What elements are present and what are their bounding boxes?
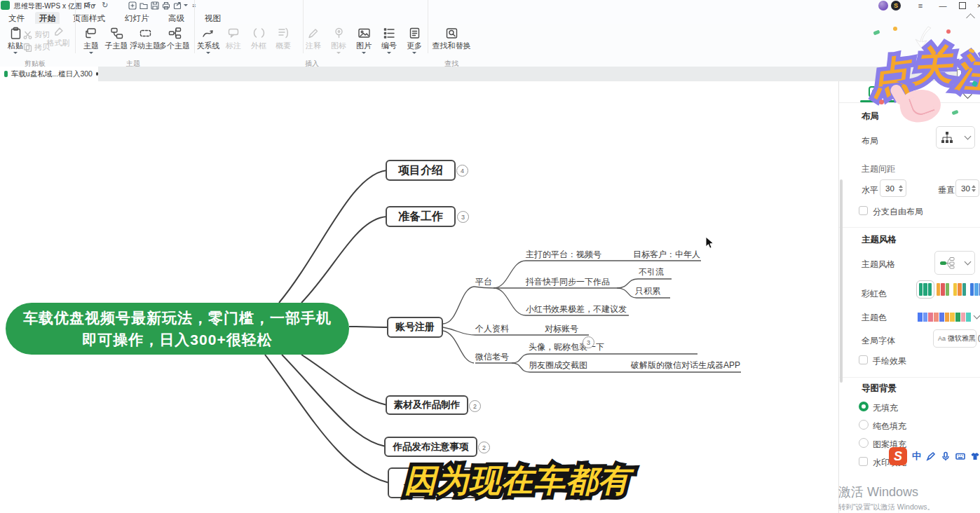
- subtopic-wechat-old[interactable]: 微信老号: [475, 351, 509, 363]
- summary-button[interactable]: 概要: [268, 27, 299, 51]
- minimize-button[interactable]: —: [934, 0, 952, 11]
- subtopic-moments[interactable]: 朋友圈成交截图: [529, 360, 587, 371]
- follow-sticker: 点点 关关 注注: [864, 21, 980, 126]
- subtopic-no-traffic[interactable]: 不引流: [639, 266, 664, 278]
- follow-sticker-text: 点点 关关 注注: [869, 41, 980, 95]
- subtopic-generator-app[interactable]: 破解版的微信对话生成器APP: [631, 360, 740, 371]
- spin-down-icon[interactable]: [899, 189, 903, 192]
- topic-box-project-intro[interactable]: 项目介绍: [386, 160, 456, 181]
- rainbow-swatch-1[interactable]: [918, 282, 933, 297]
- undo-icon[interactable]: ↺: [84, 1, 90, 10]
- subtopic-label: 子主题: [105, 41, 128, 51]
- hand-drawn-checkbox[interactable]: [859, 355, 868, 364]
- topic-box-material-production[interactable]: 素材及作品制作: [386, 395, 468, 415]
- subtopic-main-platform[interactable]: 主打的平台：视频号: [526, 249, 601, 261]
- collapse-badge[interactable]: 4: [456, 165, 468, 177]
- spin-up-icon[interactable]: [899, 185, 903, 188]
- sogou-logo-icon[interactable]: S: [889, 447, 907, 465]
- redo-icon[interactable]: ↻: [102, 1, 108, 10]
- collapse-badge[interactable]: 3: [457, 211, 469, 223]
- spin-down-icon[interactable]: [972, 189, 976, 192]
- picture-dropdown-icon: [362, 52, 366, 54]
- boundary-icon: [252, 27, 266, 40]
- collapse-badge[interactable]: 2: [478, 442, 490, 453]
- relation-line-icon: [202, 27, 215, 40]
- subtopic-benchmark[interactable]: 对标账号: [545, 323, 578, 335]
- copy-icon: [23, 43, 32, 52]
- topic-box-publish-notes[interactable]: 作品发布注意事项: [384, 437, 477, 457]
- confetti-icon: [879, 100, 884, 104]
- collapse-badge[interactable]: 2: [469, 400, 481, 412]
- fill-none-radio[interactable]: [859, 402, 869, 411]
- print-icon[interactable]: [161, 1, 171, 10]
- theme-style-glyph-icon: [939, 256, 955, 269]
- theme-color-strip[interactable]: [918, 313, 971, 322]
- subtopic-douyin-kuaishou[interactable]: 抖音快手同步一下作品: [526, 276, 610, 288]
- collapse-badge[interactable]: 3: [583, 336, 594, 348]
- document-tab-bar: 车载u盘私域...槛日入300: [0, 67, 980, 81]
- central-topic-line2: 即可操作，日入300+很轻松: [82, 329, 272, 350]
- skin-shirt-icon[interactable]: [970, 451, 980, 461]
- share-dropdown-icon[interactable]: [184, 4, 188, 6]
- rainbow-swatch-2[interactable]: [935, 282, 951, 297]
- theme-style-dropdown[interactable]: [934, 251, 975, 275]
- theme-style-label: 主题风格: [862, 259, 895, 271]
- fill-pattern-radio[interactable]: [859, 438, 869, 448]
- close-button[interactable]: ×: [970, 0, 980, 11]
- maximize-button[interactable]: [953, 0, 972, 11]
- paste-dropdown-icon: [13, 52, 18, 54]
- confetti-icon: [893, 27, 897, 31]
- multiple-topics-button[interactable]: 多个主题: [157, 27, 192, 51]
- fill-watermark-checkbox[interactable]: [859, 457, 868, 466]
- panel-scrollbar[interactable]: [840, 179, 843, 383]
- subtopic-platform[interactable]: 平台: [475, 276, 492, 288]
- menu-bar: 文件 开始 页面样式 幻灯片 高级 视图: [0, 11, 980, 24]
- keyboard-icon[interactable]: [955, 451, 965, 461]
- ime-language-toggle[interactable]: 中: [912, 450, 921, 463]
- watermark-line1: 激活 Windows: [838, 484, 934, 500]
- watermark-line2: 转到"设置"以激活 Windows。: [838, 502, 934, 512]
- fill-solid-radio[interactable]: [859, 420, 869, 430]
- mindmap-canvas[interactable]: 车载优盘视频号最新玩法，零门槛，一部手机 即可操作，日入300+很轻松 项目介绍…: [0, 81, 838, 513]
- find-replace-button[interactable]: 查找和替换: [426, 27, 477, 51]
- paste-label: 粘贴: [8, 41, 23, 51]
- horizontal-spacing-input[interactable]: 30: [880, 179, 906, 197]
- central-topic[interactable]: 车载优盘视频号最新玩法，零门槛，一部手机 即可操作，日入300+很轻松: [6, 303, 349, 355]
- confetti-icon: [873, 30, 880, 36]
- rainbow-swatch-4[interactable]: [969, 282, 980, 297]
- open-folder-icon[interactable]: [139, 1, 149, 10]
- vertical-spacing-input[interactable]: 30: [955, 179, 979, 197]
- membership-icon[interactable]: S: [891, 1, 901, 11]
- theme-color-chevron-icon[interactable]: [974, 313, 980, 320]
- confetti-icon: [951, 110, 958, 116]
- document-tab[interactable]: 车载u盘私域...槛日入300: [0, 67, 98, 81]
- icon-label: 图标: [331, 41, 346, 51]
- topic-box-preparation[interactable]: 准备工作: [386, 206, 456, 227]
- confetti-icon: [946, 29, 951, 34]
- handwriting-pen-icon[interactable]: [926, 451, 936, 461]
- spin-up-icon[interactable]: [972, 185, 976, 188]
- subtitle-text: 因为现在车都有: [404, 463, 630, 498]
- microphone-icon[interactable]: [941, 451, 951, 461]
- share-icon[interactable]: [172, 1, 182, 10]
- user-avatar[interactable]: [878, 1, 888, 11]
- rainbow-swatch-3[interactable]: [952, 282, 967, 297]
- horizontal-spacing-value: 30: [885, 184, 894, 193]
- rainbow-label: 彩虹色: [862, 288, 887, 300]
- undo-dropdown-icon[interactable]: [92, 4, 96, 6]
- subtopic-xiaohongshu[interactable]: 小红书效果极差，不建议发: [526, 303, 627, 315]
- new-file-icon[interactable]: [128, 1, 137, 10]
- topic-box-account-register[interactable]: 账号注册: [387, 317, 443, 338]
- format-painter-button[interactable]: 格式刷: [43, 27, 73, 48]
- layout-dropdown[interactable]: [936, 126, 975, 149]
- subtopic-accumulate[interactable]: 只积累: [635, 285, 660, 297]
- layout-glyph-icon: [941, 131, 953, 144]
- subtopic-profile[interactable]: 个人资料: [475, 323, 509, 335]
- hamburger-menu-icon[interactable]: ≡: [911, 0, 930, 11]
- free-layout-checkbox[interactable]: [859, 206, 868, 215]
- subtopic-target-customer[interactable]: 目标客户：中年人: [633, 249, 700, 261]
- quick-access-toolbar: ↺ ↻: [84, 0, 108, 11]
- unsaved-dot-icon: [96, 72, 98, 76]
- save-icon[interactable]: [150, 1, 160, 10]
- global-font-dropdown[interactable]: Aa 微软雅黑 (大): [933, 329, 976, 348]
